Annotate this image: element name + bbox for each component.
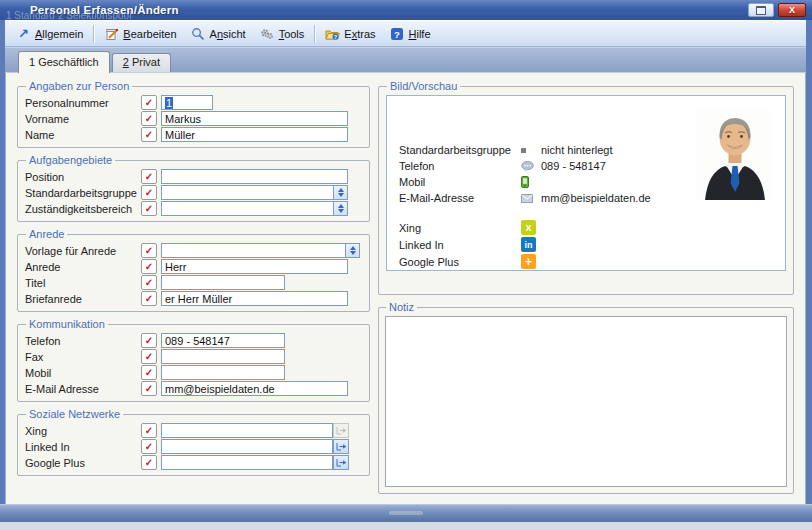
group-kommunikation: Kommunikation Telefon ✓ Fax ✓ Mobil ✓ bbox=[17, 319, 370, 402]
notiz-textarea[interactable] bbox=[385, 316, 787, 487]
field-row-anrede: Anrede ✓ bbox=[25, 259, 362, 274]
spinner-icon[interactable] bbox=[333, 185, 348, 200]
toolbar-item-hilfe[interactable]: ? Hilfe bbox=[383, 25, 438, 43]
email-input[interactable] bbox=[161, 381, 348, 396]
toolbar-label: Bearbeiten bbox=[123, 28, 176, 40]
field-note-check-icon[interactable]: ✓ bbox=[141, 275, 157, 290]
tab-geschaeftlich[interactable]: 1 Geschäftlich bbox=[18, 51, 110, 73]
field-note-check-icon[interactable]: ✓ bbox=[141, 439, 157, 454]
zustaendigkeitsbereich-input[interactable] bbox=[161, 201, 333, 216]
field-note-check-icon[interactable]: ✓ bbox=[141, 185, 157, 200]
field-row-googleplus: Google Plus ✓ bbox=[25, 455, 362, 470]
field-note-check-icon[interactable]: ✓ bbox=[141, 127, 157, 142]
field-note-check-icon[interactable]: ✓ bbox=[141, 111, 157, 126]
group-title: Aufgabengebiete bbox=[26, 155, 115, 166]
xing-icon[interactable]: X bbox=[521, 220, 536, 235]
field-label: Position bbox=[25, 171, 141, 183]
standardarbeitsgruppe-combo bbox=[161, 185, 348, 200]
toolbar-item-ansicht[interactable]: Ansicht bbox=[184, 25, 253, 43]
linkedin-input[interactable] bbox=[161, 439, 333, 454]
field-row-xing: Xing ✓ bbox=[25, 423, 362, 438]
close-button[interactable]: X bbox=[778, 3, 806, 17]
restore-button[interactable] bbox=[748, 3, 774, 17]
position-input[interactable] bbox=[161, 169, 348, 184]
preview-row-googleplus: Google Plus + bbox=[399, 253, 785, 270]
preview-row-xing: Xing X bbox=[399, 219, 785, 236]
field-row-vorname: Vorname ✓ bbox=[25, 111, 362, 126]
field-note-check-icon[interactable]: ✓ bbox=[141, 259, 157, 274]
group-anrede: Anrede Vorlage für Anrede ✓ Anrede ✓ Tit… bbox=[17, 229, 370, 312]
personalnummer-input[interactable]: 1 bbox=[161, 95, 213, 110]
restore-icon bbox=[756, 6, 766, 15]
field-note-check-icon[interactable]: ✓ bbox=[141, 201, 157, 216]
xing-input[interactable] bbox=[161, 423, 333, 438]
briefanrede-input[interactable] bbox=[161, 291, 348, 306]
googleplus-icon[interactable]: + bbox=[521, 254, 536, 269]
name-input[interactable] bbox=[161, 127, 348, 142]
fax-input[interactable] bbox=[161, 349, 285, 364]
background-tab-selektionspool: 2 Selektionspool bbox=[58, 10, 131, 21]
tab-privat[interactable]: 2 Privat bbox=[112, 53, 171, 72]
toolbar-item-extras[interactable]: ? Extras bbox=[318, 25, 382, 43]
field-note-check-icon[interactable]: ✓ bbox=[141, 243, 157, 258]
field-label: Telefon bbox=[25, 335, 141, 347]
group-soziale-netzwerke: Soziale Netzwerke Xing ✓ Linked In ✓ bbox=[17, 409, 370, 476]
toolbar-item-tools[interactable]: Tools bbox=[253, 25, 312, 43]
field-row-personalnummer: Personalnummer ✓ 1 bbox=[25, 95, 362, 110]
field-note-check-icon[interactable]: ✓ bbox=[141, 423, 157, 438]
field-note-check-icon[interactable]: ✓ bbox=[141, 95, 157, 110]
field-note-check-icon[interactable]: ✓ bbox=[141, 381, 157, 396]
preview-label: Google Plus bbox=[399, 256, 521, 268]
field-label: Mobil bbox=[25, 367, 141, 379]
titlebar: 1 Standard 2 Selektionspool Personal Erf… bbox=[0, 0, 812, 20]
preview-label: Linked In bbox=[399, 239, 521, 251]
field-note-check-icon[interactable]: ✓ bbox=[141, 455, 157, 470]
toolbar-item-bearbeiten[interactable]: Bearbeiten bbox=[97, 25, 183, 43]
field-note-check-icon[interactable]: ✓ bbox=[141, 169, 157, 184]
open-link-icon[interactable] bbox=[333, 455, 349, 470]
preview-label: Xing bbox=[399, 222, 521, 234]
preview-row-linkedin: Linked In in bbox=[399, 236, 785, 253]
group-title: Soziale Netzwerke bbox=[26, 409, 123, 420]
magnifier-icon bbox=[191, 27, 206, 41]
spinner-icon[interactable] bbox=[333, 201, 348, 216]
group-title: Anrede bbox=[26, 229, 67, 240]
field-note-check-icon[interactable]: ✓ bbox=[141, 291, 157, 306]
window-buttons: X bbox=[748, 3, 806, 17]
field-row-briefanrede: Briefanrede ✓ bbox=[25, 291, 362, 306]
field-row-name: Name ✓ bbox=[25, 127, 362, 142]
standardarbeitsgruppe-input[interactable] bbox=[161, 185, 333, 200]
preview-label: E-Mail-Adresse bbox=[399, 192, 521, 204]
field-note-check-icon[interactable]: ✓ bbox=[141, 333, 157, 348]
group-title: Kommunikation bbox=[26, 319, 108, 330]
field-note-check-icon[interactable]: ✓ bbox=[141, 349, 157, 364]
googleplus-input[interactable] bbox=[161, 455, 333, 470]
preview-label: Standardarbeitsgruppe bbox=[399, 144, 521, 156]
field-label: Vorlage für Anrede bbox=[25, 245, 141, 257]
group-square-icon bbox=[521, 148, 541, 153]
titel-input[interactable] bbox=[161, 275, 285, 290]
gears-icon bbox=[260, 27, 275, 41]
resize-grip[interactable] bbox=[389, 511, 423, 515]
field-row-email: E-Mail Adresse ✓ bbox=[25, 381, 362, 396]
open-link-icon[interactable] bbox=[333, 439, 349, 454]
field-row-telefon: Telefon ✓ bbox=[25, 333, 362, 348]
field-row-fax: Fax ✓ bbox=[25, 349, 362, 364]
svg-text:?: ? bbox=[394, 28, 400, 39]
toolbar-label: Ansicht bbox=[210, 28, 246, 40]
portrait-photo bbox=[697, 110, 773, 200]
folder-icon: ? bbox=[325, 27, 340, 41]
field-label: Titel bbox=[25, 277, 141, 289]
toolbar-label: Hilfe bbox=[409, 28, 431, 40]
toolbar-item-allgemein[interactable]: ↗ Allgemein bbox=[9, 25, 90, 43]
linkedin-icon[interactable]: in bbox=[521, 237, 536, 252]
anrede-input[interactable] bbox=[161, 259, 348, 274]
mobil-input[interactable] bbox=[161, 365, 285, 380]
telefon-input[interactable] bbox=[161, 333, 285, 348]
help-icon: ? bbox=[390, 27, 405, 41]
tab-page-geschaeftlich: Angaben zur Person Personalnummer ✓ 1 Vo… bbox=[5, 73, 806, 504]
spinner-icon[interactable] bbox=[345, 243, 360, 258]
vorlage-anrede-input[interactable] bbox=[161, 243, 345, 258]
vorname-input[interactable] bbox=[161, 111, 348, 126]
field-note-check-icon[interactable]: ✓ bbox=[141, 365, 157, 380]
